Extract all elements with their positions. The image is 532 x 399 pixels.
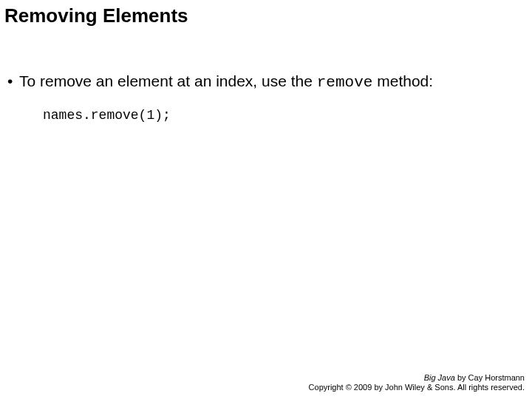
slide-title: Removing Elements [4, 4, 188, 27]
footer-copyright: Copyright © 2009 by John Wiley & Sons. A… [309, 383, 525, 393]
bullet-marker: • [7, 71, 19, 92]
code-line: names.remove(1); [43, 106, 525, 124]
footer-author: by Cay Horstmann [455, 373, 525, 382]
bullet-text-before: To remove an element at an index, use th… [19, 72, 317, 89]
bullet-text-after: method: [372, 72, 433, 89]
slide-footer: Big Java by Cay Horstmann Copyright © 20… [309, 373, 525, 394]
bullet-item: • To remove an element at an index, use … [7, 71, 525, 93]
slide-body: • To remove an element at an index, use … [7, 71, 525, 125]
footer-line-1: Big Java by Cay Horstmann [309, 373, 525, 383]
footer-book-title: Big Java [424, 373, 455, 382]
slide: Removing Elements • To remove an element… [0, 0, 532, 399]
bullet-code-word: remove [317, 74, 373, 91]
bullet-text: To remove an element at an index, use th… [19, 71, 525, 93]
